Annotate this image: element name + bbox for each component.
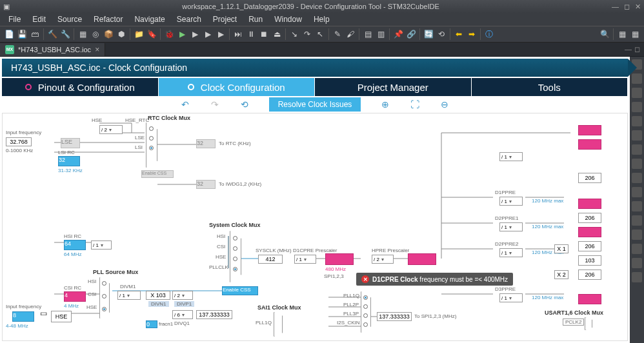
pll-mux-csi[interactable]: [102, 294, 106, 299]
sidebar-analyzer-icon[interactable]: [632, 116, 642, 126]
back-icon[interactable]: ⬅: [453, 28, 465, 40]
perspective-icon[interactable]: ▦: [616, 28, 628, 40]
sys-mux-csi[interactable]: [233, 246, 237, 251]
sidebar-mem-icon[interactable]: [632, 102, 642, 112]
sidebar-tasks-icon[interactable]: [632, 88, 642, 98]
sidebar-stats-icon[interactable]: [632, 159, 642, 169]
save-icon[interactable]: 💾: [16, 28, 28, 40]
file-tab[interactable]: MX *H743_USBH_ASC.ioc ×: [0, 43, 105, 56]
zoom-in-icon[interactable]: ⊕: [380, 99, 390, 110]
minimize-view-icon[interactable]: —: [625, 45, 632, 54]
menu-help[interactable]: Help: [308, 14, 335, 25]
spi-mux-pll1q[interactable]: [363, 295, 368, 300]
sidebar-open-icon[interactable]: [632, 272, 642, 282]
enable-css-sys[interactable]: Enable CSS: [222, 286, 258, 295]
new-icon[interactable]: 📄: [3, 28, 15, 40]
disconnect-icon[interactable]: ⏏: [271, 28, 283, 40]
tab-tools[interactable]: Tools: [472, 78, 629, 96]
divm1-select[interactable]: / 1: [117, 291, 141, 300]
spi-mux-pll3p[interactable]: [363, 313, 368, 318]
usart-mux[interactable]: [585, 317, 592, 330]
pll-mux-hse[interactable]: [102, 307, 106, 311]
reset-icon[interactable]: ⟲: [239, 99, 250, 110]
tab-clock[interactable]: Clock Configuration: [159, 78, 316, 96]
pll-mux-hsi[interactable]: [102, 281, 106, 286]
search-icon[interactable]: 🔍: [599, 28, 610, 40]
sys-mux-hsi[interactable]: [233, 236, 237, 240]
step-over-icon[interactable]: ↷: [301, 28, 313, 40]
info-icon[interactable]: ⓘ: [483, 28, 495, 40]
step-return-icon[interactable]: ↖: [314, 28, 326, 40]
redo-icon[interactable]: ↷: [210, 99, 220, 110]
hpre-select[interactable]: / 2: [372, 255, 394, 264]
menu-navigate[interactable]: Navigate: [129, 14, 170, 25]
maximize-icon[interactable]: ◻: [624, 3, 630, 11]
external-icon[interactable]: ▶: [215, 28, 226, 40]
grid2-icon[interactable]: ▥: [375, 28, 387, 40]
sidebar-perf-icon[interactable]: [632, 201, 642, 211]
sys-mux-hse[interactable]: [233, 257, 237, 261]
sidebar-trace-icon[interactable]: [632, 144, 642, 155]
sidebar-exec-icon[interactable]: [632, 244, 642, 254]
sidebar-console-icon[interactable]: [632, 215, 642, 226]
sync-icon[interactable]: ⟲: [436, 28, 447, 40]
sys-mux-pll[interactable]: [233, 267, 237, 271]
sidebar-exc-icon[interactable]: [632, 173, 642, 183]
clock-diagram-canvas[interactable]: Input frequency 32.768 0-1000 KHz LSE LS…: [2, 113, 628, 341]
menu-search[interactable]: Search: [172, 14, 206, 25]
fit-icon[interactable]: ⛶: [410, 99, 420, 110]
target-icon[interactable]: ◎: [90, 28, 101, 40]
menu-edit[interactable]: Edit: [27, 14, 51, 25]
rtc-mux-lse[interactable]: [149, 136, 154, 141]
folder-icon[interactable]: 📁: [133, 28, 145, 40]
resolve-button[interactable]: Resolve Clock Issues: [269, 97, 361, 112]
rtc-mux-lsi[interactable]: [149, 146, 154, 150]
rtc-mux-hse[interactable]: [149, 126, 154, 131]
sai1-mux[interactable]: [274, 312, 283, 337]
hse-val[interactable]: 8: [12, 311, 34, 322]
sidebar-gdb-icon[interactable]: [632, 187, 642, 197]
top-div-select[interactable]: / 1: [499, 152, 523, 161]
menu-refactor[interactable]: Refactor: [88, 14, 128, 25]
hsi-div-select[interactable]: / 1: [91, 240, 112, 250]
tab-close-icon[interactable]: ×: [95, 45, 99, 54]
brush-icon[interactable]: 🖌: [345, 28, 356, 40]
divp1-div2[interactable]: / 2: [172, 291, 193, 300]
d3ppre-select[interactable]: / 1: [499, 293, 523, 302]
d2ppre1-select[interactable]: / 1: [499, 222, 523, 231]
open-persp-icon[interactable]: ▦: [629, 28, 641, 40]
minimize-icon[interactable]: —: [612, 3, 619, 11]
chip-icon[interactable]: ▦: [77, 28, 88, 40]
coverage-icon[interactable]: ▶: [202, 28, 214, 40]
menu-source[interactable]: Source: [52, 14, 87, 25]
profile-icon[interactable]: ▶: [189, 28, 201, 40]
d2ppre2-select[interactable]: / 1: [499, 248, 523, 257]
lse-freq-input[interactable]: 32.768: [6, 137, 32, 146]
menu-file[interactable]: File: [3, 14, 26, 25]
maximize-view-icon[interactable]: ◻: [634, 45, 640, 54]
menu-project[interactable]: Project: [208, 14, 242, 25]
tab-pinout[interactable]: Pinout & Configuration: [2, 78, 159, 96]
spi-mux-i2s[interactable]: [363, 322, 368, 327]
spi-mux-pll2p[interactable]: [363, 304, 368, 309]
pin-icon[interactable]: 📌: [392, 28, 404, 40]
d1cpre-select[interactable]: / 1: [294, 255, 316, 264]
run-icon[interactable]: ▶: [176, 28, 188, 40]
divn1-mult[interactable]: X 103: [146, 291, 170, 300]
pencil-icon[interactable]: ✎: [332, 28, 343, 40]
close-icon[interactable]: ✕: [635, 3, 641, 11]
grid1-icon[interactable]: ▤: [362, 28, 374, 40]
skip-icon[interactable]: ⏭: [232, 28, 244, 40]
wrench-icon[interactable]: 🔧: [59, 28, 71, 40]
cube-icon[interactable]: ⬢: [116, 28, 127, 40]
hse-div2-select[interactable]: / 2: [99, 125, 123, 134]
sidebar-problems-icon[interactable]: [632, 230, 642, 240]
step-into-icon[interactable]: ↘: [288, 28, 300, 40]
menu-run[interactable]: Run: [243, 14, 268, 25]
debug-icon[interactable]: 🐞: [163, 28, 175, 40]
tab-project[interactable]: Project Manager: [315, 78, 472, 96]
sidebar-swv-icon[interactable]: [632, 130, 642, 141]
undo-icon[interactable]: ↶: [180, 99, 190, 110]
sidebar-rtos-icon[interactable]: [632, 258, 642, 268]
menu-window[interactable]: Window: [269, 14, 307, 25]
